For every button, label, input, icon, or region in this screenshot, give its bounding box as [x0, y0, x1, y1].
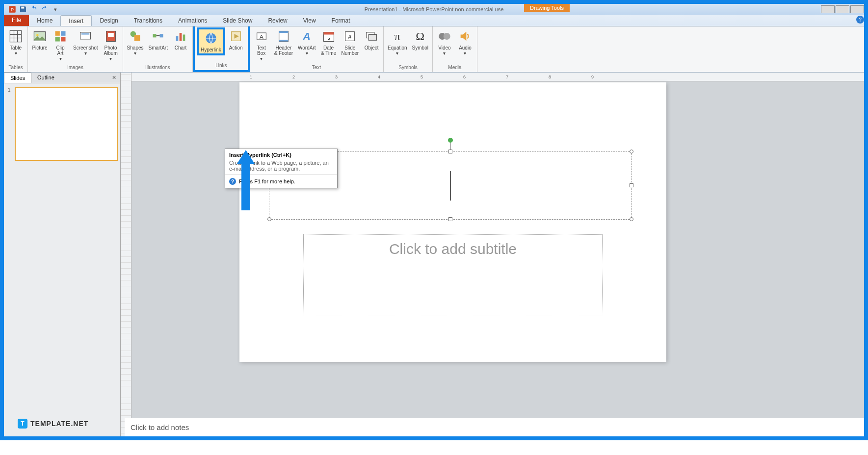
slide-number: 1: [8, 87, 11, 93]
chart-button[interactable]: Chart: [171, 27, 190, 51]
arrow-body: [241, 164, 250, 210]
resize-handle-bl[interactable]: [267, 217, 271, 221]
rotate-handle[interactable]: [448, 138, 453, 143]
maximize-button[interactable]: [836, 5, 849, 13]
group-links: Hyperlink Action Links: [193, 26, 250, 72]
group-media-label: Media: [448, 65, 461, 71]
powerpoint-icon[interactable]: P: [8, 5, 17, 13]
action-label: Action: [229, 45, 243, 51]
symbol-button[interactable]: ΩSymbol: [410, 27, 430, 51]
slide-canvas[interactable]: Click to add subtitle: [239, 82, 666, 362]
audio-label: Audio: [459, 45, 472, 51]
screenshot-icon: [78, 28, 93, 44]
resize-handle-bm[interactable]: [448, 217, 452, 221]
textbox-button[interactable]: AText Box▾: [252, 27, 271, 62]
panel-tab-slides[interactable]: Slides: [4, 73, 31, 83]
picture-button[interactable]: Picture: [30, 27, 50, 51]
resize-handle-tr[interactable]: [630, 150, 633, 153]
video-button[interactable]: Video▾: [435, 27, 454, 57]
svg-rect-39: [368, 35, 376, 41]
table-button[interactable]: Table▾: [6, 27, 26, 57]
textbox-label: Text Box: [257, 45, 265, 56]
tab-view[interactable]: View: [295, 15, 324, 26]
shapes-button[interactable]: Shapes▾: [125, 27, 146, 57]
slide-editor: 123456789 Click to add subtitle: [132, 73, 864, 436]
equation-button[interactable]: πEquation▾: [386, 27, 409, 57]
redo-icon[interactable]: [40, 5, 49, 13]
tab-slideshow[interactable]: Slide Show: [215, 15, 260, 26]
object-button[interactable]: Object: [362, 27, 381, 51]
slidenumber-button[interactable]: #Slide Number: [340, 27, 361, 57]
tab-design[interactable]: Design: [92, 15, 126, 26]
horizontal-ruler: 123456789: [132, 73, 864, 81]
svg-rect-24: [183, 35, 185, 41]
contextual-tab-drawing-tools[interactable]: Drawing Tools: [524, 4, 570, 12]
slide-thumbnail[interactable]: [15, 87, 118, 161]
wordart-icon: A: [299, 28, 315, 44]
svg-point-9: [36, 34, 39, 36]
text-cursor: [450, 171, 451, 201]
thumbnail-area: 1: [4, 83, 120, 165]
shapes-label: Shapes: [127, 45, 144, 51]
chart-label: Chart: [175, 45, 186, 51]
ribbon-tabs: File Home Insert Design Transitions Anim…: [4, 15, 864, 26]
qat-dropdown-icon[interactable]: ▾: [51, 5, 60, 13]
audio-button[interactable]: Audio▾: [455, 27, 475, 57]
picture-label: Picture: [32, 45, 47, 51]
tab-animations[interactable]: Animations: [170, 15, 215, 26]
photoalbum-icon: [103, 28, 119, 44]
arrow-head-icon: [237, 150, 255, 164]
equation-label: Equation: [388, 45, 407, 51]
minimize-button[interactable]: [821, 5, 835, 13]
watermark-icon: T: [18, 419, 27, 429]
svg-rect-15: [81, 33, 89, 34]
tab-format[interactable]: Format: [324, 15, 358, 26]
headerfooter-icon: [276, 28, 291, 44]
subtitle-placeholder[interactable]: Click to add subtitle: [303, 234, 603, 315]
hyperlink-label: Hyperlink: [201, 47, 221, 52]
wordart-button[interactable]: AWordArt▾: [296, 27, 318, 57]
svg-text:A: A: [260, 33, 263, 40]
smartart-button[interactable]: SmartArt: [147, 27, 170, 51]
group-links-label: Links: [215, 63, 227, 69]
tab-insert[interactable]: Insert: [60, 15, 92, 26]
tab-transitions[interactable]: Transitions: [126, 15, 170, 26]
shapes-icon: [128, 28, 143, 44]
datetime-button[interactable]: 5Date & Time: [319, 27, 339, 57]
save-icon[interactable]: [19, 5, 27, 13]
vertical-ruler: [121, 73, 132, 436]
tab-review[interactable]: Review: [260, 15, 295, 26]
window-controls: [820, 5, 864, 13]
watermark: T TEMPLATE.NET: [18, 419, 88, 429]
svg-rect-2: [21, 7, 24, 9]
photoalbum-label: Photo Album: [104, 45, 117, 56]
audio-icon: [457, 28, 473, 44]
tab-home[interactable]: Home: [29, 15, 60, 26]
equation-icon: π: [390, 28, 405, 44]
smartart-label: SmartArt: [149, 45, 168, 51]
close-button[interactable]: [850, 5, 864, 13]
screenshot-button[interactable]: Screenshot▾: [71, 27, 100, 57]
panel-close-icon[interactable]: ✕: [108, 73, 120, 83]
resize-handle-mr[interactable]: [630, 183, 633, 187]
photoalbum-button[interactable]: Photo Album▾: [101, 27, 121, 62]
resize-handle-tm[interactable]: [448, 150, 452, 153]
group-media: Video▾ Audio▾ Media: [433, 26, 477, 72]
table-label: Table: [10, 45, 22, 51]
group-images: Picture Clip Art▾ Screenshot▾ Photo Albu…: [28, 26, 123, 72]
action-button[interactable]: Action: [226, 27, 246, 51]
hyperlink-button[interactable]: Hyperlink: [197, 27, 225, 55]
resize-handle-br[interactable]: [630, 217, 633, 221]
panel-tab-outline[interactable]: Outline: [31, 73, 60, 83]
headerfooter-label: Header & Footer: [274, 45, 293, 56]
notes-pane[interactable]: Click to add notes: [125, 418, 864, 436]
svg-rect-11: [61, 31, 65, 36]
headerfooter-button[interactable]: Header & Footer: [272, 27, 295, 57]
svg-rect-21: [160, 34, 163, 37]
clipart-button[interactable]: Clip Art▾: [51, 27, 70, 62]
datetime-icon: 5: [321, 28, 337, 44]
svg-text:A: A: [303, 30, 311, 42]
undo-icon[interactable]: [29, 5, 38, 13]
chart-icon: [173, 28, 188, 44]
help-icon[interactable]: ?: [856, 16, 864, 24]
